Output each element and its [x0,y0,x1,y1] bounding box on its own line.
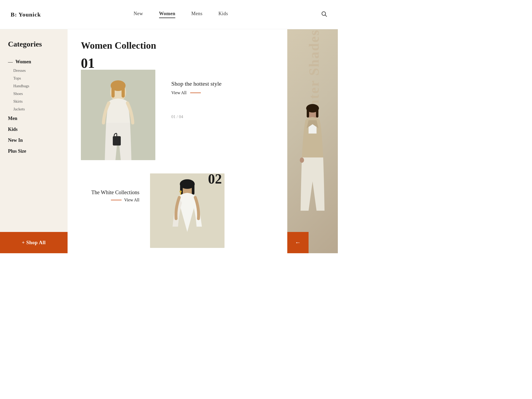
svg-rect-5 [111,84,115,98]
sidebar-sub-dresses[interactable]: Dresses [8,67,60,74]
page-title: Women Collection [81,40,274,51]
sidebar-sub-skirts[interactable]: Skirts [8,98,60,105]
collection-2-text: The White Collections View All [81,173,139,202]
sidebar-sub-jackets[interactable]: Jackets [8,105,60,113]
collection-1-description: Shop the hottest style [171,80,222,87]
collection-1-image [81,70,155,160]
main-content: Women Collection 01 [68,29,287,253]
sidebar-item-men[interactable]: Men [8,113,60,124]
main-layout: Categories — Women Dresses Tops Handbags… [0,29,338,253]
sidebar-item-kids[interactable]: Kids [8,124,60,135]
collapse-icon: — [8,60,13,64]
right-panel: Winter Shades ← [287,29,338,253]
search-icon[interactable] [321,11,327,18]
nav-item-kids[interactable]: Kids [218,11,228,18]
collection-1-text: Shop the hottest style View All 01 / 04 [171,80,222,119]
main-nav: New Women Mens Kids [134,11,228,18]
sidebar: Categories — Women Dresses Tops Handbags… [0,29,68,253]
sidebar-item-newin[interactable]: New In [8,135,60,146]
nav-item-mens[interactable]: Mens [191,11,202,18]
collection-number-1: 01 [81,56,95,70]
collection-number-2: 02 [208,173,222,186]
svg-rect-17 [307,107,309,118]
svg-line-1 [325,15,327,17]
collection-2-description: The White Collections [91,189,139,196]
sidebar-title: Categories [8,40,60,48]
svg-rect-7 [113,136,121,146]
svg-rect-18 [316,107,318,118]
sidebar-sub-shoes[interactable]: Shoes [8,90,60,98]
pagination: 01 / 04 [171,114,183,119]
shop-all-button[interactable]: + Shop All [0,232,68,253]
collection-item-1: 01 [81,59,274,160]
svg-rect-14 [180,192,181,195]
view-all-line-1 [190,93,201,93]
nav-item-new[interactable]: New [134,11,143,18]
svg-rect-6 [122,84,125,98]
sidebar-sub-tops[interactable]: Tops [8,74,60,82]
collection-item-2: The White Collections View All 02 [81,173,274,248]
sidebar-item-plussize[interactable]: Plus Size [8,146,60,157]
svg-rect-12 [192,183,194,195]
collection-2-image: 02 [150,173,225,248]
brand-logo[interactable]: B: Younick [11,11,41,18]
collection-2-view-all[interactable]: View All [111,198,139,202]
collection-1-view-all[interactable]: View All [171,90,222,95]
header: B: Younick New Women Mens Kids [0,0,338,29]
right-arrow-button[interactable]: ← [287,232,309,253]
sidebar-sub-handbags[interactable]: Handbags [8,82,60,90]
view-all-line-2 [111,200,122,200]
sidebar-item-women[interactable]: — Women [8,56,60,67]
view-all-label-1: View All [171,90,186,95]
svg-point-20 [300,157,304,163]
view-all-label-2: View All [124,198,139,202]
nav-item-women[interactable]: Women [159,11,176,18]
